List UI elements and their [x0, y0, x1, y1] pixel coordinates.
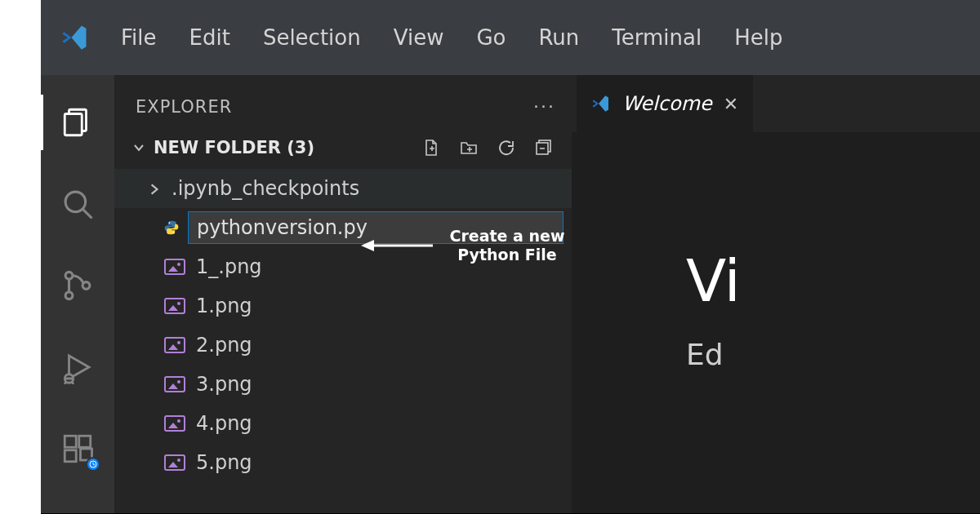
image-file-icon: [163, 454, 186, 471]
welcome-subheading: Ed: [686, 338, 980, 371]
workbench-body: EXPLORER ··· NEW FOLDER (3) .i: [41, 75, 980, 513]
explorer-sidebar: EXPLORER ··· NEW FOLDER (3) .i: [114, 75, 572, 513]
svg-point-6: [82, 282, 90, 290]
new-folder-icon[interactable]: [459, 138, 479, 157]
explorer-title-row: EXPLORER ···: [114, 75, 572, 131]
tree-folder-row[interactable]: .ipynb_checkpoints: [114, 169, 572, 208]
file-tree: .ipynb_checkpoints 1_.png 1.png: [114, 166, 572, 482]
tree-file-row[interactable]: 4.png: [114, 404, 572, 443]
vscode-window: File Edit Selection View Go Run Terminal…: [41, 0, 980, 514]
explorer-more-icon[interactable]: ···: [533, 96, 555, 117]
chevron-right-icon: [147, 182, 162, 197]
explorer-folder-actions: [421, 138, 554, 157]
chevron-down-icon: [132, 141, 145, 154]
menu-go[interactable]: Go: [474, 20, 507, 55]
image-file-icon: [163, 376, 186, 392]
menu-terminal[interactable]: Terminal: [610, 20, 703, 55]
svg-line-3: [83, 210, 92, 219]
editor-tab-bar: Welcome ✕: [572, 75, 980, 132]
menu-file[interactable]: File: [119, 20, 158, 55]
vscode-logo-icon: [591, 94, 611, 113]
tree-file-row[interactable]: 3.png: [114, 365, 572, 404]
image-file-icon: [163, 298, 186, 314]
tree-file-label: 4.png: [196, 413, 252, 434]
image-file-icon: [163, 259, 186, 275]
tree-file-row[interactable]: 2.png: [114, 326, 572, 365]
root-folder-label: NEW FOLDER (3): [154, 138, 314, 157]
tree-file-label: 1.png: [196, 295, 252, 317]
editor-group: Welcome ✕ Vi Ed: [572, 75, 980, 513]
welcome-heading: Vi: [686, 246, 980, 315]
menu-edit[interactable]: Edit: [188, 20, 232, 55]
activity-search-icon[interactable]: [58, 184, 97, 224]
python-file-icon: [163, 219, 180, 236]
svg-rect-11: [65, 450, 76, 462]
collapse-all-icon[interactable]: [534, 138, 554, 157]
svg-rect-9: [65, 436, 76, 447]
activity-extensions-icon[interactable]: [58, 429, 97, 468]
svg-point-17: [173, 232, 175, 233]
image-file-icon: [163, 337, 186, 353]
menu-bar: File Edit Selection View Go Run Terminal…: [41, 0, 980, 75]
svg-point-4: [65, 272, 73, 279]
svg-rect-10: [79, 436, 91, 447]
activity-explorer-icon[interactable]: [58, 103, 97, 142]
activity-source-control-icon[interactable]: [58, 266, 97, 305]
tree-file-label: 3.png: [196, 374, 252, 395]
menu-selection[interactable]: Selection: [261, 20, 363, 55]
menu-view[interactable]: View: [392, 20, 446, 55]
tree-file-label: 2.png: [196, 335, 252, 356]
activity-run-debug-icon[interactable]: [58, 348, 97, 387]
tree-file-label: 1_.png: [196, 256, 262, 277]
svg-rect-1: [65, 114, 82, 135]
tree-file-label: 5.png: [196, 452, 252, 473]
explorer-title: EXPLORER: [136, 97, 232, 117]
svg-point-16: [169, 222, 171, 224]
tree-new-file-row: [114, 208, 572, 247]
new-file-icon[interactable]: [421, 138, 441, 157]
activity-bar: [41, 75, 114, 513]
editor-tab-label: Welcome: [622, 92, 712, 115]
tree-folder-label: .ipynb_checkpoints: [172, 178, 359, 199]
clock-badge-icon: [86, 457, 100, 472]
svg-point-5: [65, 292, 73, 299]
tree-file-row[interactable]: 1.png: [114, 286, 572, 326]
editor-tab-welcome[interactable]: Welcome ✕: [577, 75, 754, 132]
tree-file-row[interactable]: 5.png: [114, 443, 572, 482]
vscode-logo-icon: [60, 23, 90, 52]
menu-run[interactable]: Run: [537, 20, 581, 55]
image-file-icon: [163, 415, 186, 432]
root-folder-header[interactable]: NEW FOLDER (3): [114, 131, 572, 166]
tree-file-row[interactable]: 1_.png: [114, 247, 572, 286]
new-file-name-input[interactable]: [188, 211, 564, 244]
refresh-icon[interactable]: [497, 138, 516, 157]
close-icon[interactable]: ✕: [724, 94, 738, 114]
menu-help[interactable]: Help: [733, 20, 784, 55]
svg-point-2: [65, 192, 86, 212]
welcome-page: Vi Ed: [572, 132, 980, 371]
